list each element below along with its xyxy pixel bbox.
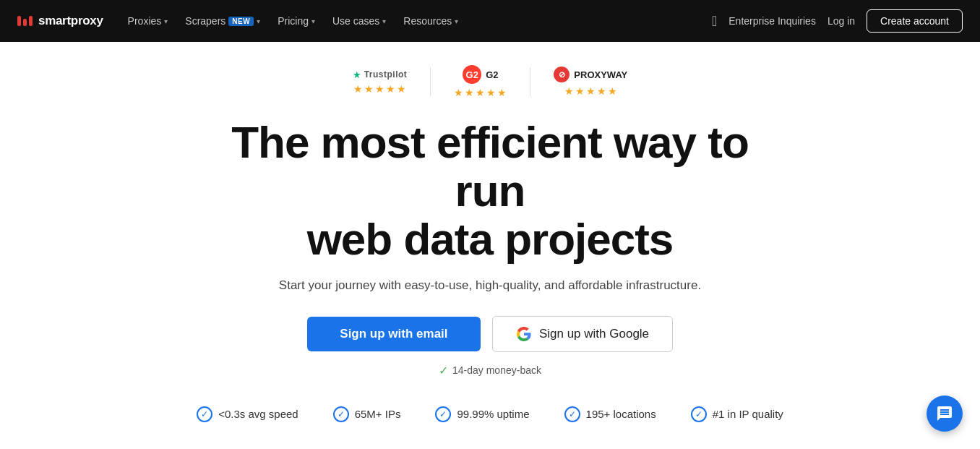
check-icon: ✓: [333, 406, 349, 422]
star-icon: ★: [486, 87, 496, 98]
star-icon: ★: [597, 85, 606, 97]
create-account-button[interactable]: Create account: [867, 9, 963, 33]
nav-right:  Enterprise Inquiries Log in Create acc…: [712, 9, 963, 33]
main-content: ★ Trustpilot ★ ★ ★ ★ ★ G2 G2 ★ ★ ★ ★: [0, 42, 980, 449]
cta-row: Sign up with email Sign up with Google: [307, 316, 673, 352]
star-icon: ★: [465, 87, 474, 98]
star-icon: ★: [454, 87, 463, 98]
star-icon: ★: [564, 85, 574, 97]
trustpilot-badge: ★ Trustpilot ★ ★ ★ ★ ★: [353, 69, 408, 95]
chevron-down-icon: ▾: [164, 17, 168, 25]
trustpilot-star-icon: ★: [353, 69, 361, 80]
check-icon: ✓: [435, 406, 451, 422]
trustpilot-stars: ★ ★ ★ ★ ★: [353, 83, 406, 95]
stats-row: ✓ <0.3s avg speed ✓ 65M+ IPs ✓ 99.99% up…: [197, 406, 783, 422]
chevron-down-icon: ▾: [382, 17, 386, 25]
chevron-down-icon: ▾: [257, 17, 260, 25]
star-icon: ★: [375, 83, 384, 95]
stat-quality-value: #1 in IP quality: [713, 408, 783, 420]
proxyway-logo: ⊘ PROXYWAY: [554, 67, 627, 82]
logo-icon: [17, 16, 33, 26]
chevron-down-icon: ▾: [311, 17, 315, 25]
stat-speed: ✓ <0.3s avg speed: [197, 406, 298, 422]
g2-badge: G2 G2 ★ ★ ★ ★ ★: [454, 65, 507, 98]
chevron-down-icon: ▾: [455, 17, 458, 25]
logo-text: smartproxy: [38, 14, 103, 28]
proxyway-icon: ⊘: [554, 67, 569, 82]
money-back-text: 14-day money-back: [452, 364, 541, 376]
nav-proxies[interactable]: Proxies ▾: [121, 11, 176, 31]
hero-subtitle: Start your journey with easy-to-use, hig…: [279, 278, 701, 293]
signup-google-button[interactable]: Sign up with Google: [492, 316, 673, 352]
badge-divider: [530, 67, 530, 96]
check-icon: ✓: [564, 406, 580, 422]
star-icon: ★: [476, 87, 485, 98]
star-icon: ★: [353, 83, 363, 95]
badges-row: ★ Trustpilot ★ ★ ★ ★ ★ G2 G2 ★ ★ ★ ★: [353, 65, 628, 98]
g2-icon: G2: [463, 65, 481, 84]
star-icon: ★: [364, 83, 374, 95]
signup-email-button[interactable]: Sign up with email: [307, 317, 481, 351]
stat-quality: ✓ #1 in IP quality: [691, 406, 783, 422]
star-half-icon: ★: [397, 83, 406, 95]
nav-login[interactable]: Log in: [828, 15, 855, 27]
check-icon: ✓: [691, 406, 707, 422]
proxyway-badge: ⊘ PROXYWAY ★ ★ ★ ★ ★: [554, 67, 627, 97]
stat-uptime: ✓ 99.99% uptime: [435, 406, 529, 422]
translate-icon[interactable]: : [712, 13, 717, 30]
nav-scrapers[interactable]: Scrapers NEW ▾: [178, 11, 267, 31]
g2-logo: G2 G2: [463, 65, 498, 84]
star-icon: ★: [386, 83, 395, 95]
star-half-icon: ★: [497, 87, 507, 98]
stat-speed-value: <0.3s avg speed: [218, 408, 298, 420]
star-half-icon: ★: [608, 85, 617, 97]
stat-locations-value: 195+ locations: [586, 408, 656, 420]
check-icon: ✓: [197, 406, 212, 422]
logo-link[interactable]: smartproxy: [17, 14, 103, 28]
nav-use-cases[interactable]: Use cases ▾: [325, 11, 393, 31]
hero-title: The most efficient way to run web data p…: [194, 119, 786, 264]
g2-stars: ★ ★ ★ ★ ★: [454, 87, 507, 98]
chat-button[interactable]: [927, 395, 963, 432]
nav-items: Proxies ▾ Scrapers NEW ▾ Pricing ▾ Use c…: [121, 11, 706, 31]
proxyway-stars: ★ ★ ★ ★ ★: [564, 85, 617, 97]
money-back-row: ✓ 14-day money-back: [439, 364, 541, 377]
stat-ips: ✓ 65M+ IPs: [333, 406, 401, 422]
shield-check-icon: ✓: [439, 364, 448, 377]
nav-resources[interactable]: Resources ▾: [396, 11, 465, 31]
trustpilot-logo: ★ Trustpilot: [353, 69, 408, 80]
stat-uptime-value: 99.99% uptime: [457, 408, 529, 420]
star-icon: ★: [575, 85, 585, 97]
stat-ips-value: 65M+ IPs: [355, 408, 401, 420]
nav-pricing[interactable]: Pricing ▾: [270, 11, 322, 31]
nav-enterprise[interactable]: Enterprise Inquiries: [728, 15, 816, 27]
navbar: smartproxy Proxies ▾ Scrapers NEW ▾ Pric…: [0, 0, 980, 42]
google-icon: [516, 326, 532, 342]
stat-locations: ✓ 195+ locations: [564, 406, 656, 422]
star-icon: ★: [586, 85, 596, 97]
badge-divider: [430, 67, 431, 96]
